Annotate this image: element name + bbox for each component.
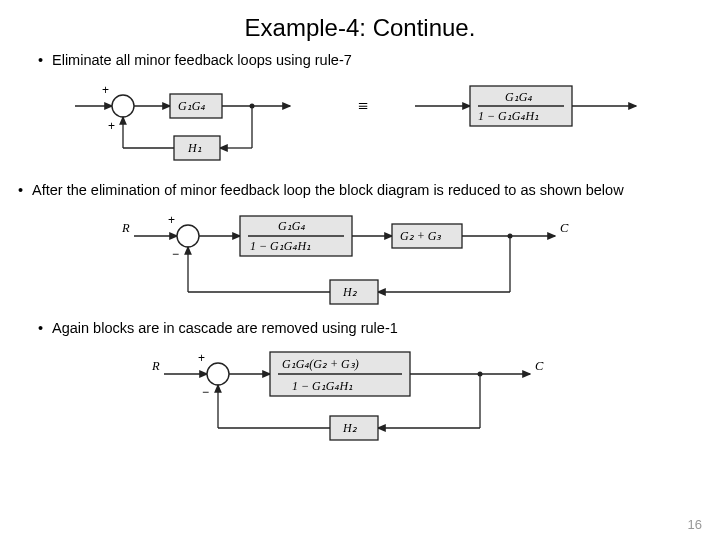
- svg-text:1 − G₁G₄H₁: 1 − G₁G₄H₁: [478, 109, 539, 123]
- svg-point-25: [177, 225, 199, 247]
- svg-text:+: +: [198, 351, 205, 365]
- bullet-1: Eliminate all minor feedback loops using…: [38, 52, 710, 68]
- bullet-2: After the elimination of minor feedback …: [18, 182, 710, 198]
- svg-text:G₁G₄: G₁G₄: [178, 99, 205, 113]
- svg-text:+: +: [108, 119, 115, 133]
- svg-text:G₂ + G₃: G₂ + G₃: [400, 229, 442, 243]
- page-number: 16: [688, 517, 702, 532]
- svg-text:G₁G₄: G₁G₄: [505, 90, 532, 104]
- svg-point-47: [207, 363, 229, 385]
- svg-text:C: C: [560, 221, 569, 235]
- svg-text:G₁G₄: G₁G₄: [278, 219, 305, 233]
- svg-text:≡: ≡: [358, 96, 368, 116]
- svg-text:+: +: [102, 83, 109, 97]
- diagram-3: R + − G₁G₄(G₂ + G₃) 1 − G₁G₄H₁ C H₂: [130, 344, 590, 448]
- page-title: Example-4: Continue.: [10, 14, 710, 42]
- svg-text:R: R: [151, 359, 160, 373]
- svg-text:G₁G₄(G₂ + G₃): G₁G₄(G₂ + G₃): [282, 357, 359, 371]
- svg-text:R: R: [121, 221, 130, 235]
- svg-text:H₂: H₂: [342, 421, 358, 435]
- svg-text:H₁: H₁: [187, 141, 202, 155]
- svg-text:−: −: [172, 247, 179, 261]
- diagram-1: + + G₁G₄ H₁ ≡ G₁G₄ 1 − G₁G₄H₁: [60, 76, 660, 176]
- svg-text:1 − G₁G₄H₁: 1 − G₁G₄H₁: [250, 239, 311, 253]
- svg-text:1 − G₁G₄H₁: 1 − G₁G₄H₁: [292, 379, 353, 393]
- bullet-3: Again blocks are in cascade are removed …: [38, 320, 710, 336]
- svg-point-2: [112, 95, 134, 117]
- svg-text:−: −: [202, 385, 209, 399]
- svg-text:+: +: [168, 213, 175, 227]
- svg-text:C: C: [535, 359, 544, 373]
- diagram-2: R + − G₁G₄ 1 − G₁G₄H₁ G₂ + G₃ C H₂: [100, 206, 620, 314]
- svg-text:H₂: H₂: [342, 285, 358, 299]
